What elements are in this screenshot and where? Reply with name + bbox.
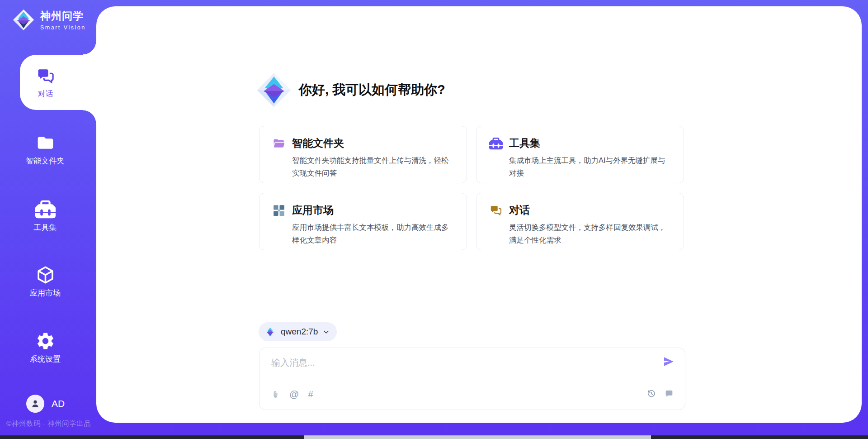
composer-divider [269,384,675,384]
sidebar-item-app-market[interactable]: 应用市场 [0,265,90,298]
gear-icon [35,331,56,351]
cube-icon [35,265,56,285]
composer-actions [646,389,674,399]
model-selector[interactable]: qwen2:7b [259,322,337,341]
sidebar-item-label: 智能文件夹 [26,156,65,166]
copyright-footer: ©神州数码 · 神州问学出品 [6,419,91,429]
sidebar-item-label: 系统设置 [30,354,61,364]
chevron-down-icon [323,329,330,335]
sidebar-item-toolset[interactable]: 工具集 [0,199,90,233]
folder-icon [35,133,56,153]
sidebar-item-label: 工具集 [34,223,57,233]
send-button[interactable] [662,355,675,368]
card-title: 应用市场 [292,203,334,217]
grid-icon [272,204,286,217]
brand: 神州问学 Smart Vision [13,9,86,31]
sidebar: 神州问学 Smart Vision 对话 智能文件夹 工具集 应用市场 [0,0,96,435]
toolbox-icon [489,137,503,150]
card-description: 集成市场上主流工具，助力AI与外界无缝扩展与对接 [509,154,673,179]
brand-name: 神州问学 [40,9,86,23]
brand-subtitle: Smart Vision [40,24,86,31]
brand-logo-icon [13,9,34,31]
card-toolset[interactable]: 工具集 集成市场上主流工具，助力AI与外界无缝扩展与对接 [476,126,684,183]
card-description: 应用市场提供丰富长文本模板，助力高效生成多样化文章内容 [292,221,456,246]
card-title: 工具集 [509,136,540,150]
user-name: AD [52,398,65,409]
sidebar-item-smart-folder[interactable]: 智能文件夹 [0,133,90,166]
avatar [26,395,44,413]
attach-icon[interactable] [271,390,280,399]
feature-cards: 智能文件夹 智能文件夹功能支持批量文件上传与清洗，轻松实现文件问答 工具集 集成… [259,126,684,250]
chat-icon [36,66,56,86]
toolbox-icon [35,199,56,220]
sidebar-item-chat[interactable]: 对话 [20,55,96,110]
sidebar-item-label: 对话 [38,89,53,99]
send-icon [662,355,675,368]
history-icon[interactable] [646,389,656,399]
card-description: 智能文件夹功能支持批量文件上传与清洗，轻松实现文件问答 [292,154,456,179]
model-logo-icon [264,326,276,338]
hash-icon[interactable]: # [308,389,313,400]
greeting: 你好, 我可以如何帮助你? [256,72,445,108]
card-title: 智能文件夹 [292,136,344,150]
composer-tools: @ # [271,389,313,400]
screen-bottom-edge [0,435,868,439]
sidebar-item-label: 应用市场 [30,288,61,298]
folder-open-icon [272,137,286,150]
card-description: 灵活切换多模型文件，支持多样回复效果调试，满足个性化需求 [509,221,673,246]
quick-chat-icon[interactable] [664,389,674,399]
card-app-market[interactable]: 应用市场 应用市场提供丰富长文本模板，助力高效生成多样化文章内容 [259,193,467,250]
message-input[interactable] [271,354,651,371]
user-profile[interactable]: AD [26,395,65,413]
person-icon [30,398,41,409]
main-content: 你好, 我可以如何帮助你? 智能文件夹 智能文件夹功能支持批量文件上传与清洗，轻… [259,0,685,439]
sidebar-item-settings[interactable]: 系统设置 [0,331,90,364]
message-composer: @ # [259,348,685,410]
mention-icon[interactable]: @ [289,389,299,400]
assistant-logo-icon [256,72,292,108]
chat-icon [489,204,503,217]
card-title: 对话 [509,203,530,217]
greeting-title: 你好, 我可以如何帮助你? [299,81,445,99]
card-smart-folder[interactable]: 智能文件夹 智能文件夹功能支持批量文件上传与清洗，轻松实现文件问答 [259,126,467,183]
card-chat[interactable]: 对话 灵活切换多模型文件，支持多样回复效果调试，满足个性化需求 [476,193,684,250]
model-name: qwen2:7b [281,327,318,337]
